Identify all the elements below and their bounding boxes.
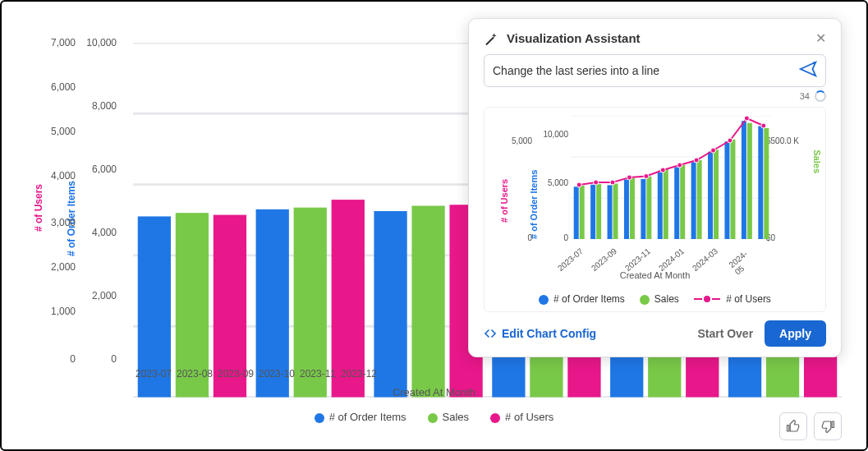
- svg-point-54: [594, 180, 599, 185]
- usage-counter-row: 34: [484, 90, 826, 102]
- svg-rect-42: [680, 165, 685, 239]
- x-axis-title: Created At Month: [10, 386, 858, 398]
- svg-point-59: [677, 163, 682, 168]
- link-label: Edit Chart Config: [502, 327, 596, 340]
- tick: 10,000: [543, 130, 568, 139]
- legend-label: # of Users: [726, 293, 771, 305]
- legend-item: # of Order Items: [539, 293, 625, 305]
- svg-rect-44: [697, 160, 702, 239]
- thumbs-down-icon: [820, 419, 835, 434]
- panel-title: Visualization Assistant: [507, 31, 807, 45]
- legend-swatch-green: [428, 413, 438, 423]
- y-tick: 3,000: [51, 217, 76, 228]
- svg-point-56: [627, 175, 631, 180]
- svg-rect-43: [691, 162, 696, 239]
- svg-rect-50: [747, 123, 752, 239]
- svg-rect-41: [674, 168, 679, 240]
- svg-rect-47: [724, 141, 729, 239]
- x-axis-labels: 2023-072023-082023-092023-102023-112023-…: [133, 368, 842, 380]
- y-tick: 0: [111, 353, 117, 365]
- feedback-controls: [779, 412, 842, 440]
- preview-y-title-sales: Sales: [812, 150, 822, 173]
- edit-chart-config-link[interactable]: Edit Chart Config: [484, 327, 596, 340]
- svg-rect-48: [730, 140, 735, 239]
- svg-point-55: [610, 180, 615, 185]
- svg-rect-29: [574, 186, 579, 239]
- svg-point-64: [761, 123, 766, 128]
- apply-button[interactable]: Apply: [765, 320, 826, 347]
- send-icon[interactable]: [799, 60, 817, 81]
- y-tick: 4,000: [51, 170, 76, 182]
- legend-label: # of Order Items: [553, 293, 625, 305]
- svg-rect-39: [658, 173, 663, 239]
- svg-rect-37: [641, 179, 645, 239]
- legend-swatch-blue: [315, 413, 324, 423]
- legend-item: # of Order Items: [315, 411, 406, 423]
- start-over-button[interactable]: Start Over: [697, 327, 753, 340]
- svg-rect-31: [590, 185, 595, 239]
- tick: $500.0 K: [766, 136, 806, 145]
- panel-actions: Edit Chart Config Start Over Apply: [484, 320, 826, 347]
- legend-item: # of Users: [490, 411, 553, 423]
- legend-item-line: # of Users: [694, 293, 771, 305]
- y-tick: 2,000: [92, 290, 117, 301]
- svg-rect-40: [664, 169, 668, 239]
- app-window: # of Users # of Order Items 7,000 6,000 …: [0, 0, 868, 451]
- legend-label: # of Order Items: [329, 411, 406, 423]
- legend-label: # of Users: [505, 411, 553, 423]
- legend-item: Sales: [428, 411, 470, 423]
- prompt-input-container[interactable]: [484, 54, 826, 87]
- tick: 0: [563, 233, 568, 242]
- progress-ring-icon: [815, 90, 826, 102]
- preview-chart-svg[interactable]: [571, 116, 772, 239]
- svg-point-63: [744, 116, 749, 121]
- svg-point-61: [711, 148, 716, 153]
- legend-item: Sales: [640, 293, 679, 305]
- main-legend: # of Order Items Sales # of Users: [10, 411, 858, 423]
- svg-rect-36: [630, 178, 635, 239]
- y-tick: 7,000: [51, 37, 76, 48]
- y-tick: 6,000: [51, 81, 76, 93]
- tick: 5,000: [512, 136, 532, 145]
- legend-label: Sales: [654, 293, 679, 305]
- prompt-input[interactable]: [493, 64, 799, 77]
- y-ticks-users: 7,000 6,000 5,000 4,000 3,000 2,000 1,00…: [39, 43, 76, 359]
- preview-yticks-users: 5,000 0: [501, 116, 532, 237]
- y-tick: 5,000: [51, 126, 76, 137]
- svg-rect-51: [758, 127, 763, 240]
- svg-rect-34: [613, 184, 618, 240]
- code-icon: [484, 327, 497, 340]
- legend-swatch-green: [640, 295, 650, 305]
- y-tick: 1,000: [51, 306, 76, 317]
- thumbs-down-button[interactable]: [814, 412, 842, 440]
- y-tick: 2,000: [51, 261, 76, 273]
- svg-rect-52: [764, 128, 769, 239]
- preview-yticks-items: 10,000 5,000 0: [535, 116, 568, 237]
- chart-preview: # of Users # of Order Items Sales 5,000 …: [484, 107, 826, 312]
- svg-rect-46: [714, 150, 719, 239]
- visualization-assistant-panel[interactable]: Visualization Assistant ✕ 34 # of Users …: [468, 18, 842, 357]
- preview-yticks-sales: $500.0 K $0: [766, 116, 806, 237]
- svg-rect-45: [708, 152, 713, 239]
- y-tick: 10,000: [86, 37, 117, 48]
- usage-counter: 34: [800, 91, 810, 101]
- svg-point-60: [694, 158, 699, 163]
- magic-wand-icon: [484, 31, 498, 46]
- preview-x-title: Created At Month: [485, 270, 825, 280]
- svg-rect-38: [646, 177, 651, 239]
- y-ticks-items: 10,000 8,000 6,000 4,000 2,000 0: [80, 43, 117, 359]
- svg-rect-32: [596, 184, 601, 239]
- tick: 5,000: [548, 178, 568, 187]
- close-icon[interactable]: ✕: [815, 30, 826, 46]
- tick: $0: [766, 233, 806, 242]
- svg-rect-35: [624, 180, 629, 240]
- svg-rect-30: [580, 186, 585, 239]
- preview-legend: # of Order Items Sales # of Users: [485, 293, 825, 305]
- thumbs-up-icon: [786, 419, 801, 434]
- svg-point-57: [644, 174, 649, 179]
- y-tick: 8,000: [92, 100, 117, 112]
- svg-point-62: [728, 138, 733, 143]
- y-tick: 0: [70, 353, 76, 365]
- thumbs-up-button[interactable]: [779, 412, 807, 440]
- svg-point-58: [660, 168, 665, 173]
